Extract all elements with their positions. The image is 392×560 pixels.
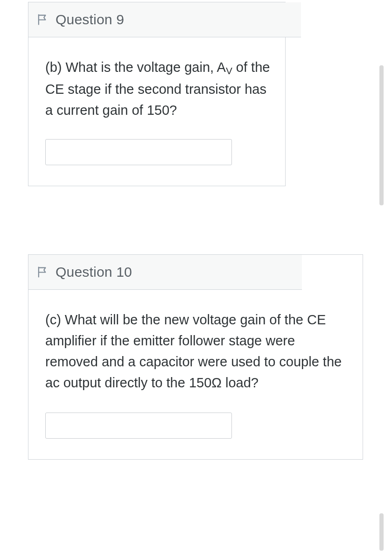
- question-prompt: (b) What is the voltage gain, AV of the …: [45, 57, 270, 120]
- question-card-9: Question 9 (b) What is the voltage gain,…: [28, 2, 286, 186]
- question-body: (c) What will be the new voltage gain of…: [28, 290, 363, 459]
- question-header: Question 9: [28, 2, 301, 37]
- page: Question 9 (b) What is the voltage gain,…: [0, 0, 392, 560]
- prompt-subscript: V: [226, 65, 232, 76]
- scrollbar-thumb[interactable]: [379, 65, 384, 205]
- question-title: Question 10: [56, 264, 132, 280]
- question-header: Question 10: [28, 255, 302, 290]
- flag-icon[interactable]: [36, 13, 49, 26]
- prompt-text-before: (c) What will be the new voltage gain of…: [45, 312, 342, 390]
- question-title: Question 9: [56, 12, 124, 28]
- answer-input[interactable]: [45, 413, 232, 439]
- flag-icon[interactable]: [36, 266, 49, 279]
- scrollbar-thumb[interactable]: [379, 513, 384, 551]
- prompt-text-before: (b) What is the voltage gain, A: [45, 60, 226, 75]
- question-body: (b) What is the voltage gain, AV of the …: [28, 37, 285, 186]
- question-card-10: Question 10 (c) What will be the new vol…: [28, 254, 363, 460]
- question-prompt: (c) What will be the new voltage gain of…: [45, 309, 348, 394]
- answer-input[interactable]: [45, 139, 232, 165]
